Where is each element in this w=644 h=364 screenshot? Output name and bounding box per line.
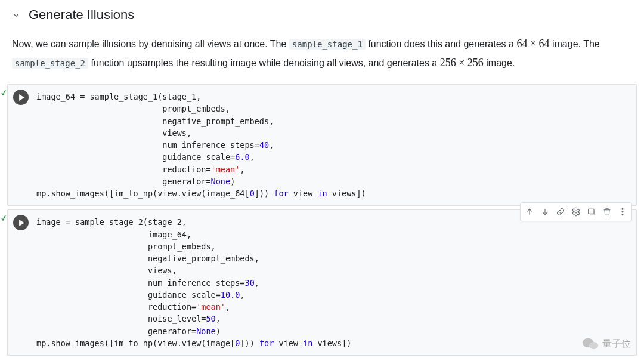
text-span: image. The <box>550 39 600 49</box>
markdown-text: Now, we can sample illusions by denoisin… <box>0 29 644 81</box>
chevron-down-icon[interactable] <box>11 10 21 20</box>
code-editor[interactable]: image = sample_stage_2(stage_2, image_64… <box>34 210 636 355</box>
move-up-button[interactable] <box>522 204 537 220</box>
wechat-icon <box>582 337 599 351</box>
watermark: 量子位 <box>582 337 631 351</box>
cell-toolbar <box>520 202 632 221</box>
cell-gutter <box>8 210 34 355</box>
watermark-text: 量子位 <box>602 338 631 350</box>
inline-code: sample_stage_2 <box>12 58 88 69</box>
move-down-button[interactable] <box>537 204 553 220</box>
math-span: 256 × 256 <box>440 57 484 69</box>
svg-point-3 <box>622 211 623 212</box>
svg-point-6 <box>589 342 599 349</box>
text-span: function does this and generates a <box>366 39 517 49</box>
more-button[interactable] <box>615 204 630 220</box>
link-button[interactable] <box>553 204 568 220</box>
run-button[interactable] <box>13 90 29 105</box>
settings-button[interactable] <box>568 204 584 220</box>
execution-ok-icon <box>1 214 6 223</box>
code-cell: image_64 = sample_stage_1(stage_1, promp… <box>7 84 637 206</box>
execution-ok-icon <box>1 89 6 97</box>
mirror-button[interactable] <box>584 204 599 220</box>
run-button[interactable] <box>13 215 29 230</box>
code-cell: image = sample_stage_2(stage_2, image_64… <box>7 209 637 356</box>
math-span: 64 × 64 <box>516 38 549 50</box>
text-span: image. <box>484 58 515 68</box>
svg-rect-1 <box>589 209 594 214</box>
code-editor[interactable]: image_64 = sample_stage_1(stage_1, promp… <box>34 85 636 205</box>
section-header: Generate Illusions <box>0 0 644 29</box>
svg-point-2 <box>622 209 623 210</box>
cell-gutter <box>8 85 34 205</box>
section-title: Generate Illusions <box>29 7 134 23</box>
delete-button[interactable] <box>599 204 615 220</box>
svg-point-4 <box>622 214 623 215</box>
text-span: function upsamples the resulting image w… <box>88 58 440 68</box>
inline-code: sample_stage_1 <box>289 39 366 50</box>
text-span: Now, we can sample illusions by denoisin… <box>12 39 289 49</box>
svg-point-0 <box>575 211 577 213</box>
